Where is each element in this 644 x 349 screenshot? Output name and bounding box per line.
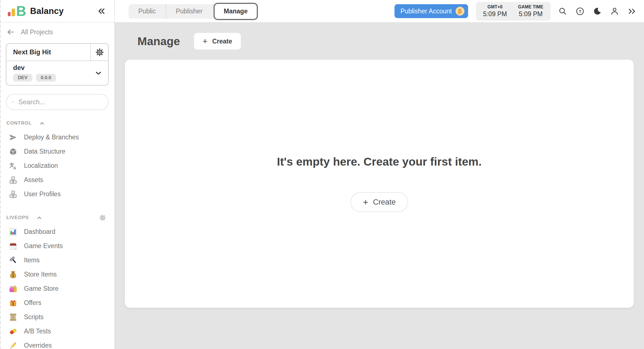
project-settings-button[interactable]	[90, 44, 108, 60]
empty-state-heading: It's empty here. Create your first item.	[277, 155, 481, 168]
nav-label: Items	[24, 256, 40, 264]
tab-public[interactable]: Public	[129, 4, 166, 19]
sidebar-item-dashboard[interactable]: Dashboard	[6, 225, 109, 239]
game-time-label: GAME TIME	[518, 4, 543, 9]
help-button[interactable]: ?	[576, 7, 584, 16]
sidebar-item-ab-tests[interactable]: A/B Tests	[6, 324, 109, 338]
publisher-account-button[interactable]: Publisher Account β	[394, 4, 468, 18]
expand-panel-button[interactable]	[628, 7, 636, 16]
collapse-sidebar-button[interactable]	[97, 7, 106, 16]
gift-icon	[9, 299, 18, 307]
sidebar-item-user-profiles[interactable]: User Profiles	[6, 187, 109, 201]
sidebar-item-items[interactable]: Items	[6, 253, 109, 267]
liveops-settings-button[interactable]	[99, 214, 106, 222]
main-content: Manage + Create It's empty here. Create …	[115, 23, 644, 349]
create-button-label: Create	[212, 38, 232, 45]
nav-label: User Profiles	[24, 190, 61, 198]
svg-text:A: A	[13, 166, 16, 170]
logo-letter: B	[16, 6, 26, 16]
section-header-control[interactable]: CONTROL	[6, 118, 109, 129]
create-button-label: Create	[373, 198, 396, 207]
sidebar: B Balancy All Projects Next Big Hit	[0, 0, 115, 349]
plus-icon: +	[363, 198, 368, 207]
nav-label: Dashboard	[24, 228, 55, 236]
svg-text:?: ?	[579, 9, 581, 13]
chevron-up-icon	[39, 120, 45, 127]
game-time: 5:09 PM	[518, 10, 543, 18]
project-name[interactable]: Next Big Hit	[6, 44, 90, 60]
sidebar-item-game-store[interactable]: Game Store	[6, 282, 109, 296]
sidebar-item-data-structure[interactable]: Data Structure	[6, 144, 109, 159]
svg-text:$: $	[12, 273, 14, 277]
all-projects-back-link[interactable]: All Projects	[6, 26, 109, 38]
page-title: Manage	[137, 35, 180, 48]
sidebar-item-game-events[interactable]: Game Events	[6, 239, 109, 253]
moon-icon	[593, 7, 602, 16]
topbar-icons: ?	[558, 7, 636, 16]
sidebar-header: B Balancy	[0, 0, 114, 23]
global-search-button[interactable]	[558, 7, 567, 16]
gear-icon	[95, 47, 105, 57]
plus-icon: +	[203, 37, 208, 45]
search-input[interactable]	[18, 98, 105, 106]
liveops-nav-list: Dashboard Game Events	[6, 225, 109, 349]
control-nav-list: Deploy & Branches Data Structure	[6, 130, 109, 201]
person-icon	[610, 7, 619, 16]
empty-state-create-button[interactable]: + Create	[350, 192, 408, 212]
search-icon	[558, 7, 567, 16]
paper-plane-icon	[9, 133, 18, 142]
section-header-liveops[interactable]: LIVEOPS	[6, 212, 109, 223]
nav-label: A/B Tests	[24, 328, 51, 335]
arrow-left-icon	[6, 28, 15, 36]
pencil-icon	[9, 341, 18, 349]
timezone-time: 5:09 PM	[483, 10, 507, 18]
all-projects-label: All Projects	[21, 28, 53, 36]
section-label: LIVEOPS	[6, 215, 29, 220]
scroll-icon	[9, 313, 18, 322]
sidebar-item-store-items[interactable]: $ Store Items	[6, 267, 109, 282]
timezone-clock[interactable]: GMT+0 GAME TIME 5:09 PM 5:09 PM	[476, 2, 551, 21]
package-tabs: Public Publisher Manage	[129, 0, 258, 23]
dark-mode-toggle[interactable]	[593, 7, 602, 16]
shopping-bags-icon	[9, 284, 18, 293]
question-circle-icon: ?	[576, 7, 584, 16]
sidebar-item-assets[interactable]: Assets	[6, 173, 109, 187]
money-bag-icon: $	[9, 270, 18, 279]
nav-label: Game Store	[24, 285, 59, 292]
sidebar-item-scripts[interactable]: Scripts	[6, 310, 109, 324]
sidebar-search	[6, 94, 109, 110]
create-button[interactable]: + Create	[194, 33, 241, 50]
environment-selector[interactable]: dev DEV 0.0.0	[6, 61, 108, 85]
nav-label: Localization	[24, 162, 58, 169]
chevron-down-icon	[94, 69, 103, 77]
hammer-icon	[9, 256, 18, 265]
sidebar-item-deploy-branches[interactable]: Deploy & Branches	[6, 130, 109, 144]
nav-label: Game Events	[24, 242, 63, 250]
app-title: Balancy	[30, 6, 64, 16]
environment-badge-version: 0.0.0	[36, 74, 56, 82]
section-label: CONTROL	[6, 120, 32, 126]
tab-manage[interactable]: Manage	[214, 3, 258, 20]
stacked-cubes-icon	[9, 190, 18, 199]
nav-label: Assets	[24, 176, 43, 184]
gear-icon	[99, 214, 106, 222]
stacked-cubes-icon	[9, 176, 18, 185]
nav-label: Data Structure	[24, 148, 65, 155]
sidebar-item-overrides[interactable]: Overrides	[6, 338, 109, 349]
project-selector: Next Big Hit	[6, 43, 109, 86]
sidebar-item-localization[interactable]: A Localization	[6, 159, 109, 173]
account-button[interactable]	[610, 7, 619, 16]
balancy-logo-icon: B	[8, 6, 26, 16]
pill-icon	[9, 327, 18, 336]
double-chevron-left-icon	[97, 7, 106, 16]
environment-badge-dev: DEV	[13, 74, 32, 82]
chevron-up-icon	[36, 214, 43, 221]
logo-bar-red	[8, 12, 11, 16]
nav-label: Overrides	[24, 342, 52, 349]
double-chevron-right-icon	[628, 7, 636, 16]
tab-publisher[interactable]: Publisher	[166, 4, 212, 19]
search-icon	[12, 98, 14, 106]
sidebar-item-offers[interactable]: Offers	[6, 296, 109, 310]
calendar-icon	[9, 242, 18, 251]
publisher-account-label: Publisher Account	[401, 8, 452, 15]
